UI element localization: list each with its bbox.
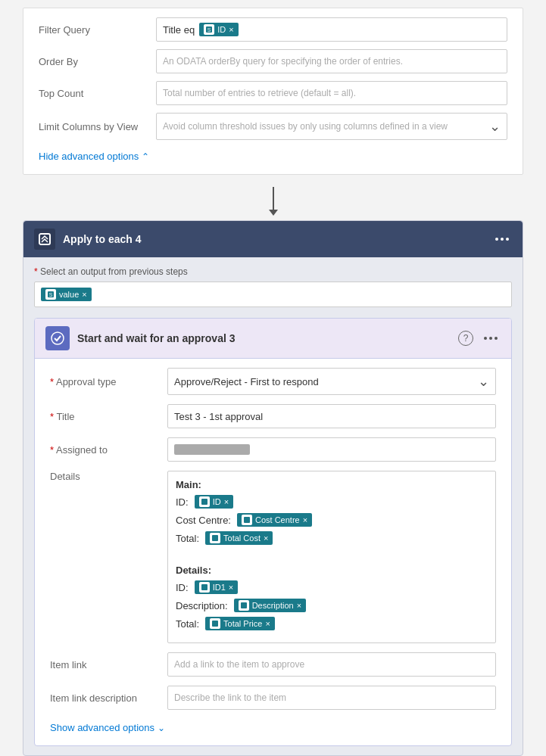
limit-columns-row: Limit Columns by View Avoid column thres… xyxy=(39,113,507,140)
details-cost-centre-line: Cost Centre: Cost Centre × xyxy=(176,513,488,527)
svg-text:S: S xyxy=(207,27,211,33)
value-chip-label: value xyxy=(59,290,79,299)
approval-type-label: Approval type xyxy=(50,376,167,387)
select-output-text: Select an output from previous steps xyxy=(40,266,188,277)
hide-advanced-toggle[interactable]: Hide advanced options ⌃ xyxy=(39,151,149,162)
top-count-row: Top Count Total number of entries to ret… xyxy=(39,81,507,105)
details-description-chip-icon xyxy=(239,600,249,611)
details-description-chip[interactable]: Description × xyxy=(234,599,306,612)
action-header-right: ? xyxy=(458,331,501,346)
title-label: Title xyxy=(50,411,167,422)
value-chip-close[interactable]: × xyxy=(82,290,86,299)
svg-rect-6 xyxy=(201,499,207,505)
filter-query-input[interactable]: Title eq S ID × xyxy=(156,17,507,42)
arrow-line xyxy=(273,187,274,210)
top-count-label: Top Count xyxy=(39,88,156,99)
apply-header: Apply to each 4 xyxy=(23,221,523,257)
filter-id-chip-close[interactable]: × xyxy=(229,25,233,34)
details-details-total-chip-close[interactable]: × xyxy=(265,619,270,628)
details-label: Details xyxy=(50,471,167,482)
help-icon[interactable]: ? xyxy=(458,331,473,346)
value-chip[interactable]: S value × xyxy=(41,288,92,301)
details-total-label: Total: xyxy=(176,533,199,544)
details-separator xyxy=(176,549,488,560)
action-body: Approval type Approve/Reject - First to … xyxy=(35,359,511,745)
limit-columns-label: Limit Columns by View xyxy=(39,121,156,132)
filter-id-chip-label: ID xyxy=(217,25,226,34)
details-cost-centre-chip-close[interactable]: × xyxy=(303,515,307,524)
details-details-id-chip[interactable]: ID1 × xyxy=(195,580,239,594)
assigned-to-input[interactable] xyxy=(167,437,496,462)
item-link-desc-input[interactable]: Describe the link to the item xyxy=(167,686,496,710)
show-advanced-toggle[interactable]: Show advanced options ⌄ xyxy=(50,722,165,733)
details-id-label: ID: xyxy=(176,496,189,508)
details-id-chip-close[interactable]: × xyxy=(224,497,229,506)
details-details-id-chip-label: ID1 xyxy=(213,583,226,592)
svg-text:S: S xyxy=(49,292,53,297)
output-input[interactable]: S value × xyxy=(34,282,512,307)
assigned-to-label: Assigned to xyxy=(50,444,167,456)
approval-type-value: Approve/Reject - First to respond xyxy=(174,376,319,387)
approval-type-input[interactable]: Approve/Reject - First to respond ⌄ xyxy=(167,368,496,395)
action-dots-menu[interactable] xyxy=(481,334,501,343)
title-input[interactable]: Test 3 - 1st approval xyxy=(167,404,496,428)
connector-arrow xyxy=(23,182,523,220)
limit-columns-chevron-icon[interactable]: ⌄ xyxy=(489,118,501,135)
item-link-row: Item link Add a link to the item to appr… xyxy=(50,652,496,677)
order-by-input[interactable]: An ODATA orderBy query for specifying th… xyxy=(156,49,507,73)
details-description-line: Description: Description × xyxy=(176,599,488,612)
apply-dots-menu[interactable] xyxy=(492,235,512,244)
svg-rect-9 xyxy=(201,584,207,590)
item-link-label: Item link xyxy=(50,659,167,670)
details-total-chip[interactable]: Total Cost × xyxy=(205,531,273,545)
filter-query-label: Filter Query xyxy=(39,24,156,36)
item-link-input[interactable]: Add a link to the item to approve xyxy=(167,652,496,677)
details-details-id-chip-close[interactable]: × xyxy=(229,583,233,592)
details-input[interactable]: Main: ID: ID × xyxy=(167,471,496,643)
filter-eq-text: Title eq xyxy=(163,24,195,36)
action-icon xyxy=(45,326,70,350)
chip-icon: S xyxy=(204,24,214,35)
details-details-total-label: Total: xyxy=(176,618,199,630)
svg-rect-8 xyxy=(212,535,218,541)
details-details-id-chip-icon xyxy=(199,582,210,593)
details-total-chip-label: Total Cost xyxy=(223,534,261,543)
details-description-chip-close[interactable]: × xyxy=(297,601,301,610)
dot1 xyxy=(495,238,498,241)
svg-rect-10 xyxy=(241,602,247,608)
details-details-id-label: ID: xyxy=(176,582,189,593)
order-by-row: Order By An ODATA orderBy query for spec… xyxy=(39,49,507,73)
item-link-placeholder: Add a link to the item to approve xyxy=(174,659,304,670)
approval-type-row: Approval type Approve/Reject - First to … xyxy=(50,368,496,395)
arrow-head xyxy=(269,210,278,216)
details-details-total-line: Total: Total Price × xyxy=(176,617,488,630)
approval-type-chevron-icon[interactable]: ⌄ xyxy=(478,373,489,390)
order-by-label: Order By xyxy=(39,56,156,67)
action-card: Start and wait for an approval 3 ? xyxy=(34,318,512,746)
details-total-line: Total: Total Cost × xyxy=(176,531,488,545)
details-details-total-chip-icon xyxy=(210,618,220,629)
filter-id-chip[interactable]: S ID × xyxy=(199,23,238,36)
details-row: Details Main: ID: ID xyxy=(50,471,496,643)
limit-columns-input[interactable]: Avoid column threshold issues by only us… xyxy=(156,113,507,140)
apply-body: * Select an output from previous steps S… xyxy=(23,257,523,755)
details-cost-centre-chip[interactable]: Cost Centre × xyxy=(237,513,312,527)
item-link-desc-placeholder: Describe the link to the item xyxy=(174,692,286,703)
item-link-desc-label: Item link description xyxy=(50,692,167,704)
filter-card: Filter Query Title eq S ID × Order By An… xyxy=(23,8,523,175)
value-chip-icon: S xyxy=(45,289,56,300)
show-advanced-label: Show advanced options xyxy=(50,722,154,733)
details-cost-centre-chip-label: Cost Centre xyxy=(255,515,300,524)
hide-advanced-chevron-icon: ⌃ xyxy=(142,151,149,162)
details-cost-centre-label: Cost Centre: xyxy=(176,515,231,526)
action-header-left: Start and wait for an approval 3 xyxy=(45,326,236,350)
show-advanced-chevron-icon: ⌄ xyxy=(158,723,165,733)
details-id-chip[interactable]: ID × xyxy=(195,495,233,509)
details-details-total-chip[interactable]: Total Price × xyxy=(205,617,275,630)
limit-columns-placeholder: Avoid column threshold issues by only us… xyxy=(163,121,448,132)
action-dot3 xyxy=(495,337,498,340)
details-id-line: ID: ID × xyxy=(176,495,488,509)
details-description-chip-label: Description xyxy=(252,601,294,610)
top-count-input[interactable]: Total number of entries to retrieve (def… xyxy=(156,81,507,105)
details-total-chip-close[interactable]: × xyxy=(264,534,268,543)
